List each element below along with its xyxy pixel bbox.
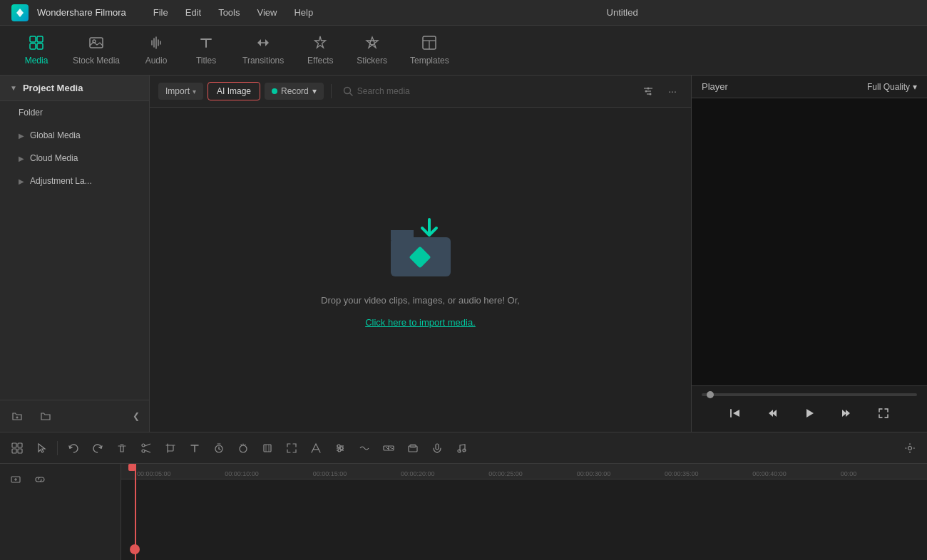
- drop-zone[interactable]: Drop your video clips, images, or audio …: [150, 108, 691, 432]
- tab-stickers[interactable]: Stickers: [345, 29, 399, 71]
- player-frame-forward-button[interactable]: [835, 402, 858, 425]
- effects-icon: [312, 35, 328, 53]
- svg-rect-4: [90, 38, 103, 48]
- menu-help[interactable]: Help: [287, 4, 320, 21]
- timeline-cut-button[interactable]: [135, 437, 158, 459]
- svg-line-30: [145, 450, 150, 452]
- timeline-text-button[interactable]: [183, 437, 206, 459]
- tab-stickers-label: Stickers: [357, 56, 387, 66]
- import-label: Import: [165, 86, 190, 96]
- window-title: Untitled: [329, 7, 916, 18]
- app-name: Wondershare Filmora: [37, 7, 126, 18]
- player-skip-back-button[interactable]: [724, 402, 747, 425]
- player-frame-back-button[interactable]: [761, 402, 784, 425]
- record-chevron-icon: ▾: [312, 86, 317, 96]
- svg-point-17: [647, 88, 650, 90]
- sidebar-title: Project Media: [23, 83, 83, 93]
- timeline-denoise-button[interactable]: [353, 437, 376, 459]
- ai-image-button[interactable]: AI Image: [208, 82, 260, 100]
- tab-media[interactable]: Media: [11, 29, 61, 71]
- open-folder-button[interactable]: [34, 406, 57, 426]
- timeline-delete-button[interactable]: [111, 437, 133, 459]
- ruler-mark-4: 00:00:20:00: [399, 470, 487, 477]
- svg-point-18: [645, 90, 647, 93]
- svg-rect-26: [18, 449, 22, 453]
- svg-point-36: [240, 445, 247, 452]
- svg-rect-3: [37, 43, 43, 49]
- ruler-mark-1: 00:00:05:00: [135, 470, 223, 477]
- transitions-icon: [255, 35, 271, 53]
- more-options-button[interactable]: ···: [662, 81, 682, 101]
- sidebar-item-adjustment[interactable]: ▶ Adjustment La...: [4, 170, 145, 192]
- tab-effects-label: Effects: [307, 56, 333, 66]
- tab-audio[interactable]: Audio: [131, 29, 181, 71]
- link-track-button[interactable]: [30, 470, 50, 489]
- timeline-split-audio-button[interactable]: [377, 437, 400, 459]
- menu-edit[interactable]: Edit: [178, 4, 208, 21]
- tab-stock-media[interactable]: Stock Media: [61, 29, 131, 71]
- import-media-link[interactable]: Click here to import media.: [365, 317, 476, 328]
- sidebar-collapse-btn[interactable]: ▼: [10, 84, 17, 92]
- timeline-layout-button[interactable]: [6, 437, 29, 459]
- timeline-track-controls: [0, 464, 121, 560]
- svg-point-19: [650, 93, 652, 95]
- svg-point-28: [142, 444, 145, 447]
- timeline-undo-button[interactable]: [62, 437, 85, 459]
- add-track-button[interactable]: [6, 470, 26, 489]
- menu-file[interactable]: File: [146, 4, 175, 21]
- timeline-redo-button[interactable]: [86, 437, 109, 459]
- menu-tools[interactable]: Tools: [211, 4, 247, 21]
- search-input[interactable]: [357, 86, 630, 96]
- timeline-toolbar: [0, 432, 927, 464]
- ruler-mark-3: 00:00:15:00: [312, 470, 399, 477]
- tab-transitions[interactable]: Transitions: [231, 29, 295, 71]
- timeline-speed-button[interactable]: [232, 437, 255, 459]
- svg-line-34: [219, 449, 220, 450]
- timeline-zoom-fit-button[interactable]: [280, 437, 303, 459]
- player-controls: [692, 385, 927, 432]
- sidebar-adjustment-label: Adjustment La...: [30, 176, 92, 186]
- new-folder-button[interactable]: [6, 406, 29, 426]
- quality-selector[interactable]: Full Quality ▾: [867, 82, 917, 92]
- player-play-button[interactable]: [798, 402, 821, 425]
- tab-titles[interactable]: Titles: [181, 29, 231, 71]
- timeline-tracks: 00:00:05:00 00:00:10:00 00:00:15:00 00:0…: [121, 464, 927, 560]
- import-button[interactable]: Import ▾: [158, 83, 203, 100]
- search-icon: [343, 86, 353, 96]
- svg-point-44: [337, 445, 340, 447]
- timeline-voice-button[interactable]: [426, 437, 449, 459]
- menu-view[interactable]: View: [250, 4, 284, 21]
- sidebar-item-folder[interactable]: Folder: [4, 102, 145, 123]
- timeline-settings-button[interactable]: [898, 437, 921, 459]
- ruler-mark-8: 00:00:40:00: [751, 470, 839, 477]
- timeline-timer-button[interactable]: [208, 437, 230, 459]
- ruler-mark-0: [121, 470, 135, 477]
- player-progress-bar[interactable]: [702, 393, 917, 396]
- timeline-color-button[interactable]: [304, 437, 327, 459]
- sidebar-item-global-media[interactable]: ▶ Global Media: [4, 125, 145, 146]
- timeline-music-button[interactable]: [450, 437, 473, 459]
- timeline-stabilize-button[interactable]: [256, 437, 279, 459]
- player-buttons: [702, 402, 917, 425]
- menu-bar: File Edit Tools View Help: [146, 4, 320, 21]
- sidebar-footer: ❮: [0, 400, 149, 432]
- media-toolbar: Import ▾ AI Image Record ▾: [150, 76, 691, 108]
- search-bar: [339, 86, 634, 96]
- tab-effects[interactable]: Effects: [295, 29, 345, 71]
- ai-image-label: AI Image: [217, 86, 251, 96]
- filter-button[interactable]: [638, 81, 658, 101]
- timeline-composite-button[interactable]: [401, 437, 424, 459]
- player-fullscreen-button[interactable]: [872, 402, 895, 425]
- more-options-label: ···: [668, 85, 677, 97]
- sidebar-toggle-button[interactable]: ❮: [129, 406, 143, 426]
- timeline-select-button[interactable]: [30, 437, 53, 459]
- timeline-crop-button[interactable]: [159, 437, 182, 459]
- timeline-audio-mix-button[interactable]: [329, 437, 352, 459]
- sidebar-item-cloud-media[interactable]: ▶ Cloud Media: [4, 147, 145, 169]
- svg-rect-24: [18, 443, 22, 447]
- tab-templates[interactable]: Templates: [399, 29, 461, 71]
- toolbar-divider: [331, 84, 332, 98]
- sidebar-header: ▼ Project Media: [0, 76, 149, 101]
- record-button[interactable]: Record ▾: [265, 83, 324, 100]
- tab-media-label: Media: [25, 56, 48, 66]
